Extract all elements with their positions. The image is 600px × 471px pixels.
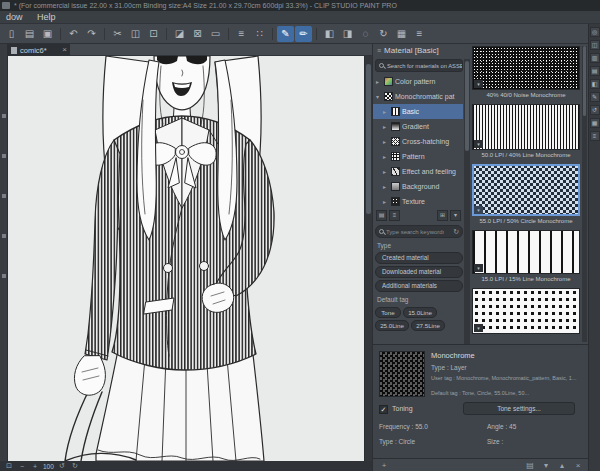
toning-label: Toning — [392, 405, 413, 412]
layer-tab-icon[interactable]: ▤ — [590, 66, 600, 76]
tree-item-label: Gradient — [402, 123, 429, 130]
zoom-in-icon[interactable]: + — [30, 463, 40, 470]
app-icon — [2, 2, 10, 9]
zoom-out-icon[interactable]: − — [17, 463, 27, 470]
scrollbar-thumb[interactable] — [366, 64, 371, 214]
tree-item-background[interactable]: ▸ Background — [373, 179, 463, 194]
tone-settings-button[interactable]: Tone settings... — [463, 402, 575, 415]
copy-icon[interactable]: ◫ — [127, 26, 144, 42]
material-tab-icon[interactable]: ▦ — [590, 118, 600, 128]
search-input[interactable] — [386, 229, 444, 235]
default-tag-label: Default tag — [377, 296, 408, 303]
tag-tone-button[interactable]: Tone — [375, 307, 401, 318]
material-item[interactable]: ▾ — [472, 46, 580, 90]
fit-to-screen-icon[interactable]: ⊡ — [4, 462, 14, 470]
tree-item-monochromatic-pattern[interactable]: ▾ Monochromatic pat — [373, 89, 463, 104]
material-detail-user-tag: User tag : Monochrome, Monochromatic_pat… — [431, 375, 583, 382]
toolbar-separator — [228, 28, 229, 40]
new-file-icon[interactable]: ▯ — [3, 26, 20, 42]
scrollbar-thumb[interactable] — [583, 46, 586, 116]
size-label: Size : — [487, 438, 503, 445]
materials-scrollbar[interactable] — [582, 46, 587, 342]
panel-menu-icon[interactable]: ≡ — [377, 47, 381, 54]
tree-item-texture[interactable]: ▸ Texture — [373, 194, 463, 209]
workspace-settings-icon[interactable]: ≡ — [411, 26, 428, 42]
tree-scrollbar[interactable] — [464, 59, 470, 344]
tree-item-label: Background — [402, 183, 439, 190]
material-label: 15.0 LPI / 15% Line Monochrome — [472, 274, 580, 284]
chevron-right-icon: ▸ — [383, 153, 389, 160]
erase-icon[interactable]: ◪ — [171, 26, 188, 42]
tree-item-gradient[interactable]: ▸ Gradient — [373, 119, 463, 134]
canvas-vertical-scrollbar[interactable] — [364, 56, 372, 461]
chevron-right-icon: ▸ — [383, 108, 389, 115]
deselect-icon[interactable]: ⊠ — [189, 26, 206, 42]
paste-icon[interactable]: ⊡ — [145, 26, 162, 42]
close-tab-icon[interactable]: × — [62, 44, 67, 56]
grid-icon[interactable]: ▦ — [393, 26, 410, 42]
created-material-button[interactable]: Created material — [375, 252, 463, 264]
clip-studio-window: * (For commercial issue 22.00 x 31.00cm … — [0, 0, 600, 471]
material-panel-title: Material [Basic] — [384, 46, 439, 55]
open-file-icon[interactable]: ▤ — [21, 26, 38, 42]
layer-property-tab-icon[interactable]: ◧ — [590, 79, 600, 89]
downloaded-material-button[interactable]: Downloaded material — [375, 266, 463, 278]
redo-icon[interactable]: ↷ — [83, 26, 100, 42]
tag-25line-button[interactable]: 25.0Line — [375, 320, 409, 331]
export-material-icon[interactable]: ▴ — [556, 461, 568, 470]
thumbnail-size-icon[interactable]: ⊞ — [437, 210, 448, 221]
search-assets-button[interactable]: Search for materials on ASSETS — [375, 59, 463, 72]
tree-item-pattern[interactable]: ▸ Pattern — [373, 149, 463, 164]
gradient-icon[interactable]: ◨ — [339, 26, 356, 42]
tree-item-cross-hatching[interactable]: ▸ Cross-hatching — [373, 134, 463, 149]
monochromatic-folder-icon — [384, 92, 393, 101]
tree-item-color-pattern[interactable]: ▸ Color pattern — [373, 74, 463, 89]
rotate-view-icon[interactable]: ↻ — [375, 26, 392, 42]
toning-checkbox[interactable]: ✓ — [379, 405, 388, 414]
item-bank-tab-icon[interactable]: ▥ — [590, 53, 600, 63]
canvas-tab[interactable]: comic6* × — [8, 44, 70, 56]
sub-view-tab-icon[interactable]: ◫ — [590, 40, 600, 50]
history-tab-icon[interactable]: ↺ — [590, 105, 600, 115]
document-icon — [11, 47, 17, 54]
material-label: 40% 40/0 Noise Monochrome — [472, 90, 580, 100]
delete-material-icon[interactable]: × — [572, 461, 584, 470]
list-view-icon[interactable]: ≡ — [389, 210, 400, 221]
rotate-left-icon[interactable]: ↺ — [57, 462, 67, 470]
zoom-tool-icon[interactable]: ◌ — [357, 26, 374, 42]
basic-folder-icon — [391, 107, 400, 116]
material-item[interactable]: ▾ — [472, 230, 580, 274]
undo-icon[interactable]: ↶ — [65, 26, 82, 42]
rotate-right-icon[interactable]: ↻ — [70, 462, 80, 470]
scrollbar-thumb[interactable] — [465, 61, 469, 151]
import-material-icon[interactable]: ▾ — [540, 461, 552, 470]
search-refresh-icon[interactable]: ↻ — [453, 228, 459, 236]
panel-options-icon[interactable]: ▾ — [450, 210, 461, 221]
open-material-folder-icon[interactable]: ▤ — [524, 461, 536, 470]
pen-icon[interactable]: ✎ — [277, 26, 294, 42]
tree-item-label: Cross-hatching — [402, 138, 449, 145]
tag-15line-button[interactable]: 15.0Line — [403, 307, 437, 318]
brush-icon[interactable]: ✏ — [295, 26, 312, 42]
snap-to-ruler-icon[interactable]: ≡ — [233, 26, 250, 42]
menu-item-help[interactable]: Help — [31, 11, 62, 23]
tree-item-effect-and-feeling[interactable]: ▸ Effect and feeling — [373, 164, 463, 179]
material-item-selected[interactable]: ▾ — [472, 164, 580, 216]
tool-property-tab-icon[interactable]: ✎ — [590, 92, 600, 102]
material-item[interactable]: ▾ — [472, 104, 580, 150]
tree-item-basic[interactable]: ▸ Basic — [373, 104, 463, 119]
select-area-icon[interactable]: ▭ — [207, 26, 224, 42]
material-item[interactable]: ▾ — [472, 288, 580, 334]
canvas-area[interactable] — [8, 56, 364, 461]
additional-materials-button[interactable]: Additional materials — [375, 280, 463, 292]
menu-item-window[interactable]: dow — [0, 11, 29, 23]
cut-icon[interactable]: ✂ — [109, 26, 126, 42]
navigator-tab-icon[interactable]: ◎ — [590, 27, 600, 37]
save-file-icon[interactable]: ▣ — [39, 26, 56, 42]
tag-27line-button[interactable]: 27.5Line — [411, 320, 445, 331]
info-tab-icon[interactable]: ≡ — [590, 131, 600, 141]
fill-icon[interactable]: ◧ — [321, 26, 338, 42]
register-material-icon[interactable]: + — [378, 461, 390, 470]
snap-to-special-ruler-icon[interactable]: ∷ — [251, 26, 268, 42]
folder-view-icon[interactable]: ▤ — [376, 210, 387, 221]
